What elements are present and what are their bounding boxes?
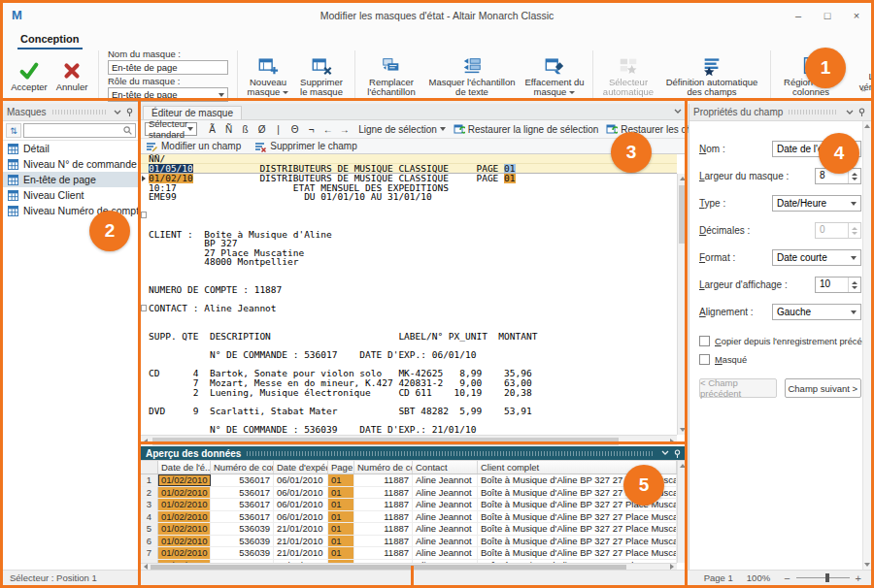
table-cell[interactable]: 536039 xyxy=(211,547,274,559)
report-line[interactable] xyxy=(141,313,677,323)
chevron-down-icon[interactable] xyxy=(659,447,671,459)
table-cell[interactable]: 06/01/2010 xyxy=(274,511,328,523)
table-cell[interactable]: 21/01/2010 xyxy=(274,536,328,547)
zoom-slider[interactable]: − + xyxy=(784,572,861,584)
sidebar-item-mask[interactable]: Niveau Numéro de compte xyxy=(3,203,139,218)
table-row[interactable]: 501/02/201053603921/01/20100111887Aline … xyxy=(141,523,688,536)
zoom-in-icon[interactable]: + xyxy=(856,572,861,584)
table-cell[interactable]: 01/02/2010 xyxy=(158,547,211,559)
table-cell[interactable]: 21/01/2010 xyxy=(274,547,328,559)
table-cell[interactable]: Aline Jeannot xyxy=(413,474,478,486)
chevron-down-icon[interactable] xyxy=(112,107,123,118)
sidebar-item-mask[interactable]: Niveau Client xyxy=(3,187,139,203)
maximize-button[interactable]: □ xyxy=(813,5,842,26)
report-line[interactable] xyxy=(141,211,677,220)
grid-column-header[interactable]: Date de l'é... xyxy=(158,461,211,474)
table-cell[interactable]: 6 xyxy=(141,536,158,547)
table-cell[interactable]: Aline Jeannot xyxy=(413,511,478,523)
mask-role-select[interactable]: En-tête de page xyxy=(108,87,228,102)
trap-character-button[interactable]: ¬ xyxy=(305,124,318,135)
pin-icon[interactable] xyxy=(671,447,683,459)
table-cell[interactable]: 06/01/2010 xyxy=(274,474,328,486)
table-cell[interactable]: Boîte à Musique d'Aline BP 327 27 Place … xyxy=(478,487,677,499)
spinner-arrows-icon[interactable] xyxy=(848,169,860,183)
table-row[interactable]: 601/02/201053603921/01/20100111887Aline … xyxy=(141,536,688,548)
grid-column-header[interactable]: Date d'expédi... xyxy=(274,461,328,474)
chevron-down-icon[interactable] xyxy=(674,107,682,116)
minimize-button[interactable]: – xyxy=(784,5,813,26)
table-cell[interactable]: Aline Jeannot xyxy=(413,523,478,535)
trap-character-button[interactable]: Θ xyxy=(288,124,301,135)
grid-column-header[interactable]: Contact xyxy=(413,461,478,474)
report-text-area[interactable]: ÑÑ/01/05/10 DISTRIBUTEURS DE MUSIQUE CLA… xyxy=(141,154,677,435)
zoom-slider-track[interactable] xyxy=(796,577,850,578)
sidebar-item-mask[interactable]: Détail xyxy=(3,141,139,156)
zoom-out-icon[interactable]: − xyxy=(784,572,790,584)
table-cell[interactable]: 11887 xyxy=(354,474,413,486)
report-line[interactable]: 2 Luening, Musique électronique CD 611 1… xyxy=(141,388,677,398)
table-cell[interactable]: Boîte à Musique d'Aline BP 327 27 Place … xyxy=(478,511,677,523)
table-cell[interactable]: 06/01/2010 xyxy=(274,487,328,499)
table-cell[interactable]: 01/02/2010 xyxy=(158,536,211,547)
table-cell[interactable]: 7 xyxy=(141,547,158,559)
new-mask-button[interactable]: Nouveau masque xyxy=(243,52,293,99)
report-line[interactable]: EME99 DU 01/01/10 AU 31/01/10 xyxy=(141,192,677,202)
data-preview-grid[interactable]: Date de l'é...Numéro de com...Date d'exp… xyxy=(141,461,688,570)
table-row[interactable]: 201/02/201053601706/01/20100111887Aline … xyxy=(141,487,688,500)
mask-editor-body[interactable]: ÑÑ/01/05/10 DISTRIBUTEURS DE MUSIQUE CLA… xyxy=(141,154,688,446)
grid-column-header[interactable]: Numéro de co... xyxy=(354,461,413,474)
selector-dropdown[interactable]: Sélecteur standard xyxy=(145,122,197,136)
sidebar-item-mask[interactable]: En-tête de page xyxy=(3,172,139,187)
table-cell[interactable]: 21/01/2010 xyxy=(274,523,328,535)
hidden-checkbox[interactable] xyxy=(699,354,710,365)
spinner-arrows-icon[interactable] xyxy=(848,278,860,292)
copy-previous-checkbox[interactable] xyxy=(699,336,710,346)
report-line[interactable]: SUPP. QTE DESCRIPTION LABEL/N° PX_UNIT M… xyxy=(141,332,677,342)
table-cell[interactable]: 01 xyxy=(328,499,354,510)
table-cell[interactable]: 5 xyxy=(141,523,158,535)
table-cell[interactable]: 01 xyxy=(328,487,354,499)
grid-column-header[interactable]: Numéro de com... xyxy=(211,461,274,474)
field-name-input[interactable]: Date de l'état xyxy=(772,141,861,157)
report-line[interactable] xyxy=(141,267,677,277)
report-line[interactable]: CONTACT : Aline Jeannot xyxy=(141,304,677,313)
table-cell[interactable]: Aline Jeannot xyxy=(413,487,478,499)
tab-conception[interactable]: Conception xyxy=(17,31,83,49)
table-cell[interactable]: Boîte à Musique d'Aline BP 327 27 Place … xyxy=(478,536,677,547)
cancel-button[interactable]: Annuler xyxy=(50,57,93,94)
next-field-button[interactable]: Champ suivant > xyxy=(785,378,862,398)
ribbon-collapse-icon[interactable]: ⌃ xyxy=(859,88,867,98)
table-row[interactable]: 701/02/201053603921/01/20100111887Aline … xyxy=(141,547,688,560)
sort-icon[interactable]: ⇅ xyxy=(6,123,21,138)
report-line[interactable]: N° DE COMMANDE : 536039 DATE D'EXP.: 21/… xyxy=(141,425,677,435)
grid-column-header[interactable]: Page xyxy=(328,461,354,474)
table-cell[interactable]: 3 xyxy=(141,499,158,510)
search-input[interactable] xyxy=(24,125,120,136)
sidebar-item-mask[interactable]: Niveau N° de commande xyxy=(3,156,139,172)
table-cell[interactable]: 01/02/2010 xyxy=(158,499,211,510)
grid-rows[interactable]: 101/02/201053601706/01/20100111887Aline … xyxy=(141,474,688,563)
report-line[interactable]: 48000 Montpellier xyxy=(141,257,677,267)
accept-button[interactable]: Accepter xyxy=(8,57,50,94)
table-cell[interactable]: 01 xyxy=(328,474,354,486)
mask-name-input[interactable]: En-tête de page xyxy=(108,60,228,75)
grid-vertical-scrollbar[interactable] xyxy=(677,461,688,563)
grid-column-header[interactable] xyxy=(141,461,158,474)
table-cell[interactable]: 01/02/2010 xyxy=(158,511,211,523)
clear-mask-button[interactable]: Effacement du masque xyxy=(521,52,588,99)
trap-character-button[interactable]: → xyxy=(338,124,351,135)
report-line[interactable]: NUMERO DE COMPTE : 11887 xyxy=(141,285,677,295)
table-cell[interactable]: 536039 xyxy=(211,536,274,547)
trap-character-button[interactable]: ← xyxy=(321,124,334,135)
table-cell[interactable]: 1 xyxy=(141,474,158,486)
multi-column-region-button[interactable]: Région multi-colonnes xyxy=(776,52,846,99)
alignment-select[interactable]: Gauche xyxy=(772,304,861,320)
table-cell[interactable]: Boîte à Musique d'Aline BP 327 27 Place … xyxy=(478,523,677,535)
table-cell[interactable]: 06/01/2010 xyxy=(274,499,328,510)
report-line[interactable]: DVD 9 Scarlatti, Stabat Mater SBT 48282 … xyxy=(141,407,677,416)
table-cell[interactable]: Aline Jeannot xyxy=(413,499,478,510)
grid-horizontal-scrollbar[interactable] xyxy=(141,563,677,570)
table-cell[interactable]: 01 xyxy=(328,547,354,559)
table-cell[interactable]: 11887 xyxy=(354,536,413,547)
table-cell[interactable]: 536039 xyxy=(211,523,274,535)
